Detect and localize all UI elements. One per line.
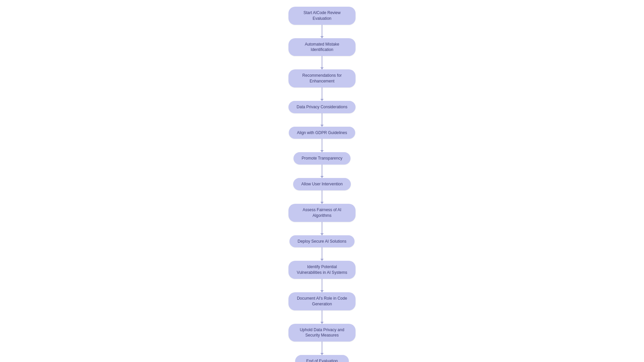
- flow-node-node11: Uphold Data Privacy and Security Measure…: [288, 324, 356, 342]
- flow-node-node2: Recommendations for Enhancement: [288, 69, 356, 87]
- flow-node-node5: Promote Transparency: [293, 152, 350, 165]
- flow-connector-0: [322, 25, 322, 38]
- flow-node-node4: Align with GDPR Guidelines: [289, 127, 355, 139]
- flow-node-node3: Data Privacy Considerations: [288, 101, 355, 113]
- flow-connector-10: [322, 310, 322, 324]
- flow-connector-11: [322, 342, 322, 355]
- flow-node-start: Start AICode Review Evaluation: [288, 7, 356, 25]
- flow-node-node10: Document AI's Role in Code Generation: [288, 292, 356, 310]
- flow-connector-8: [322, 247, 322, 261]
- flow-node-node9: Identify Potential Vulnerabilities in AI…: [288, 261, 356, 279]
- flow-connector-5: [322, 165, 322, 178]
- flow-connector-1: [322, 56, 322, 69]
- flow-connector-3: [322, 113, 322, 127]
- flow-node-node1: Automated Mistake Identification: [288, 38, 356, 56]
- flow-connector-4: [322, 139, 322, 152]
- flow-connector-2: [322, 87, 322, 101]
- flow-connector-9: [322, 279, 322, 292]
- flow-node-node7: Assess Fairness of AI Algorithms: [288, 204, 356, 222]
- flow-connector-7: [322, 222, 322, 235]
- flow-node-node6: Allow User Intervention: [293, 178, 351, 190]
- flow-node-end: End of Evaluation: [295, 355, 349, 362]
- flow-node-node8: Deploy Secure AI Solutions: [289, 235, 354, 248]
- flow-connector-6: [322, 190, 322, 204]
- flowchart: Start AICode Review EvaluationAutomated …: [0, 0, 644, 362]
